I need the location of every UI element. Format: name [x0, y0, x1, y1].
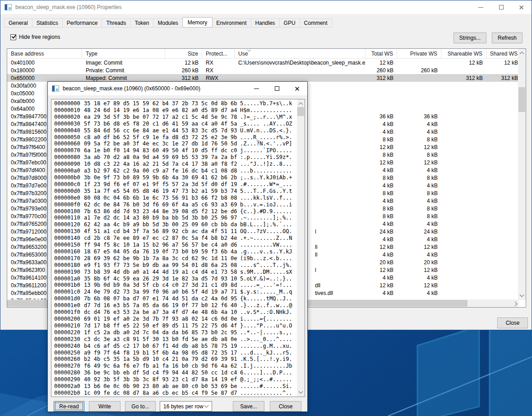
- hex-row[interactable]: 0000000035 18 e7 89 d5 15 59 62 b4 37 2b…: [54, 100, 296, 107]
- hex-row[interactable]: 000000803a ab 70 d2 a8 0a 9d a4 59 69 b5…: [54, 154, 296, 161]
- hex-row[interactable]: 00000180e9 f1 93 f7 73 5e b9 db aa 99 54…: [54, 262, 296, 269]
- hex-row[interactable]: 0000028036 be 9c bb eb df 5d c4 f9 94 44…: [54, 369, 296, 376]
- hex-row[interactable]: 0000009010 d8 c3 22 4a 16 a2 21 5d 7a c4…: [54, 161, 296, 168]
- hex-row[interactable]: 000001c024 0e 79 d2 73 3a 99 f0 96 a0 b6…: [54, 289, 296, 295]
- hex-view[interactable]: 0000000035 18 e7 89 d5 15 59 62 b4 37 2b…: [51, 99, 305, 397]
- hex-bytes: 1f c5 2a db a0 2d 7c 04 da da b6 85 73 b…: [84, 329, 240, 336]
- hide-free-regions-checkbox[interactable]: [10, 34, 16, 40]
- hex-row[interactable]: 000001b013 9b 0d b9 0a 3d 5f cb c4 c0 27…: [54, 282, 296, 289]
- hex-ascii: _s.... ..AY...OZ: [240, 121, 292, 127]
- column-header[interactable]: Base address: [7, 49, 82, 58]
- hex-row[interactable]: 00000050c8 a0 df b6 52 5f c9 1e fa d8 d3…: [54, 134, 296, 141]
- hide-free-regions-option[interactable]: Hide free regions: [10, 34, 60, 40]
- write-button[interactable]: Write: [89, 401, 120, 411]
- hex-row[interactable]: 0000017028 69 39 62 be 9b 1b 7a 8a 3c cd…: [54, 255, 296, 262]
- hex-row[interactable]: 0000016018 67 e5 04 05 da 76 19 0f 73 b0…: [54, 248, 296, 255]
- hex-row[interactable]: 00000260b2 4b c5 35 1a 5b d9 10 c4 21 0a…: [54, 356, 296, 363]
- column-header[interactable]: Size: [165, 49, 202, 58]
- table-row[interactable]: 0x401000Image: Commit12 kBRXC:\Users\sno…: [7, 59, 526, 66]
- hex-row[interactable]: 000002201f c5 2a db a0 2d 7c 04 da da b6…: [54, 329, 296, 336]
- tab-modules[interactable]: Modules: [153, 19, 182, 28]
- tab-performance[interactable]: Performance: [63, 19, 102, 28]
- scroll-up-button[interactable]: [518, 49, 526, 56]
- column-header[interactable]: Private WS: [397, 49, 441, 58]
- hex-row[interactable]: 00000140cd 2b c8 7e ee 89 e7 ec c2 87 0c…: [54, 235, 296, 242]
- table-row[interactable]: 0x650000Mapped: Commit312 kBRWX312 kB312…: [7, 74, 526, 82]
- hex-row[interactable]: 000000b03b 0e 9f 73 b0 89 59 9b 6b 4a 30…: [54, 174, 296, 181]
- memory-list-vertical-scrollbar[interactable]: [518, 49, 526, 300]
- tab-handles[interactable]: Handles: [251, 19, 280, 28]
- scroll-right-button[interactable]: [511, 299, 519, 307]
- hex-row[interactable]: 0000001048 24 6d 14 19 e6 1a 08 e9 e6 82…: [54, 107, 296, 114]
- hex-scroll-thumb[interactable]: [297, 107, 304, 116]
- hex-vertical-scrollbar[interactable]: [297, 99, 305, 397]
- hex-row[interactable]: 000002a013 b6 0e 0c 0b 90 23 80 ab ae 80…: [54, 383, 296, 390]
- close-window-button[interactable]: ✕: [511, 0, 532, 14]
- minimize-button[interactable]: [471, 0, 491, 14]
- hex-row[interactable]: 000002107d 17 b8 ff e5 22 50 ef 89 d5 11…: [54, 323, 296, 329]
- table-row[interactable]: 0x180000Private: Commit260 kBRX260 kB260…: [7, 66, 526, 74]
- tab-threads[interactable]: Threads: [102, 19, 130, 28]
- hex-row[interactable]: 00000020ea 29 3d 5f 3b be 07 72 17 a2 c1…: [54, 114, 296, 121]
- tab-general[interactable]: General: [4, 19, 32, 28]
- hex-row[interactable]: 00000270f6 49 9c 6a f6 e7 fb a1 fa 16 b0…: [54, 363, 296, 369]
- strings-button[interactable]: Strings...: [453, 33, 486, 43]
- scroll-down-button[interactable]: [518, 292, 526, 300]
- tab-environment[interactable]: Environment: [212, 19, 251, 28]
- hex-row[interactable]: 000002b01c 09 fe dc 08 d7 8a a6 cb ec b5…: [54, 390, 296, 397]
- hex-row[interactable]: 0000029040 92 3b 5f 3b 3b 3c 8f 93 23 c1…: [54, 376, 296, 383]
- hex-row[interactable]: 0000004055 84 6d 56 cc 6e 84 ae e1 44 53…: [54, 127, 296, 134]
- tab-gpu[interactable]: GPU: [280, 19, 300, 28]
- vertical-scroll-thumb[interactable]: [518, 87, 525, 112]
- dialog-close-action-button[interactable]: Close: [270, 401, 301, 411]
- bytes-per-row-select[interactable]: 16 bytes per row: [160, 401, 212, 411]
- hex-row[interactable]: 000000f062 dc 0e 84 76 b0 3d f6 69 6f 4a…: [54, 201, 296, 208]
- tab-token[interactable]: Token: [130, 19, 153, 28]
- tab-statistics[interactable]: Statistics: [32, 19, 63, 28]
- cell-private_ws: 12 kB: [397, 159, 441, 166]
- hex-row[interactable]: 000001304f 51 a1 cd b4 3f 7a 56 89 92 cb…: [54, 228, 296, 235]
- column-header[interactable]: Shared WS: [486, 49, 522, 58]
- hex-row[interactable]: 000001f0dc d4 76 e3 53 2a be a7 3a 4f d7…: [54, 309, 296, 316]
- column-header[interactable]: Use: [235, 49, 365, 58]
- hex-row[interactable]: 000000c01f 23 9d f6 ef 07 e1 9f f5 57 2a…: [54, 181, 296, 188]
- hex-row[interactable]: 00000240b4 c6 af d5 c2 17 b0 67 f1 4d db…: [54, 343, 296, 350]
- hex-row[interactable]: 00000250a9 f9 7f 64 f8 19 b1 5f 6b 4a 98…: [54, 350, 296, 356]
- hex-row[interactable]: 000001d07b 6b 08 07 ba d7 07 e1 74 4d 51…: [54, 295, 296, 302]
- save-button[interactable]: Save...: [233, 401, 264, 411]
- dialog-maximize-button[interactable]: [267, 82, 287, 95]
- column-header[interactable]: Type: [82, 49, 165, 58]
- hex-ascii: @.;_;;<..#......: [240, 376, 292, 383]
- tab-memory[interactable]: Memory: [182, 17, 213, 28]
- hex-row[interactable]: 0000012062 42 aa 4c b9 a9 bb 5d 3b 00 25…: [54, 221, 296, 228]
- hex-scroll-up-button[interactable]: [297, 99, 305, 107]
- hex-row[interactable]: 00000230c3 dc 3e a3 c8 91 5f 30 13 b0 fd…: [54, 336, 296, 343]
- column-header[interactable]: Shareable WS: [441, 49, 486, 58]
- hex-row[interactable]: 000000e080 08 0c 04 6b 6b 1e 6c 73 56 91…: [54, 195, 296, 201]
- column-header[interactable]: Total WS: [365, 49, 397, 58]
- reread-button[interactable]: Re-read: [54, 401, 84, 411]
- hex-row[interactable]: 0000019073 b8 39 4d db a0 a1 44 4d 19 a1…: [54, 269, 296, 276]
- hex-row[interactable]: 000000706a 1e b0 f0 14 94 83 60 49 50 4f…: [54, 147, 296, 154]
- refresh-button[interactable]: Refresh: [492, 33, 523, 43]
- hex-row[interactable]: 000001a035 8b 6f 4c 59 ea 26 29 3d 1e 82…: [54, 276, 296, 282]
- goto-button[interactable]: Go to...: [125, 401, 156, 411]
- hex-row[interactable]: 000001e0d7 7d 16 e3 b5 7a 05 da 66 19 0f…: [54, 302, 296, 309]
- hex-row[interactable]: 0000006009 5a f2 be a0 3f 4e ec 3c 1e 27…: [54, 140, 296, 147]
- hex-scroll-down-button[interactable]: [297, 389, 305, 397]
- hex-offset: 000002a0: [54, 383, 84, 390]
- maximize-button[interactable]: [491, 0, 511, 14]
- hex-row[interactable]: 000000305f 73 b6 d8 e5 f8 20 c1 d6 41 59…: [54, 121, 296, 127]
- hex-row[interactable]: 000000d035 1a 7f e5 54 05 d8 46 19 47 73…: [54, 188, 296, 195]
- hex-row[interactable]: 000001007b 63 86 dd 7d 93 23 44 8e 39 08…: [54, 208, 296, 215]
- hex-row[interactable]: 000000a0a3 b2 97 62 c2 9a 00 c9 a7 fe 16…: [54, 168, 296, 174]
- column-header[interactable]: Protect...: [202, 49, 235, 58]
- tab-comment[interactable]: Comment: [300, 19, 332, 28]
- dialog-minimize-button[interactable]: [246, 82, 267, 95]
- hex-row[interactable]: 00000150ff 94 f5 8c 10 1a 15 b2 96 a7 56…: [54, 242, 296, 248]
- dialog-close-button[interactable]: ✕: [287, 82, 307, 95]
- close-icon: ✕: [294, 85, 300, 92]
- properties-close-button[interactable]: Close: [497, 318, 528, 328]
- hex-row[interactable]: 0000020069 01 19 ef a0 2e 3d 7b 7f 93 a8…: [54, 316, 296, 323]
- hex-row[interactable]: 00000110a1 7e d2 dc 14 a3 80 b9 ba bb 5d…: [54, 215, 296, 221]
